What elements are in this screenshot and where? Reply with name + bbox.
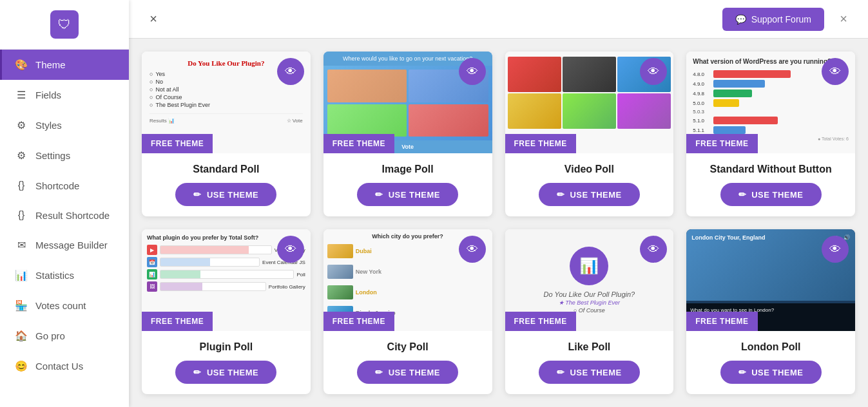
plugin-item-3: 📊 Poll	[147, 269, 305, 279]
theme-grid: 👁 Do You Like Our Plugin? Yes No Not at …	[129, 39, 868, 407]
preview-eye-button-like[interactable]: 👁	[640, 236, 667, 263]
sidebar-item-label: Votes count	[35, 300, 86, 311]
card-title-4: Standard Without Button	[710, 164, 832, 175]
card-preview-video-poll: 👁 FREE THEME	[505, 52, 674, 153]
card-body-8: London Poll ✏ USE THEME	[686, 331, 855, 394]
card-body-3: Video Poll ✏ USE THEME	[505, 153, 674, 216]
topbar-left-close-button[interactable]: ×	[142, 8, 165, 31]
settings-icon: ⚙	[15, 149, 28, 162]
city-item-newyork: New York	[327, 265, 488, 279]
preview-eye-button-city[interactable]: 👁	[459, 236, 486, 263]
poll-option-5: The Best Plugin Ever	[149, 102, 303, 108]
free-theme-badge-3: FREE THEME	[505, 134, 576, 153]
sidebar-item-label: Settings	[35, 150, 70, 161]
card-body-5: Plugin Poll ✏ USE THEME	[142, 331, 311, 394]
use-theme-button-7[interactable]: ✏ USE THEME	[539, 361, 640, 384]
sidebar-item-theme[interactable]: 🎨 Theme	[0, 50, 129, 80]
vid-cell-1	[508, 57, 561, 92]
support-forum-button[interactable]: 💬 Support Forum	[722, 8, 824, 31]
preview-eye-button-plugin[interactable]: 👁	[277, 236, 304, 263]
sidebar-logo: 🛡	[0, 0, 129, 50]
wp-bar-5: 5.0.3	[693, 109, 849, 115]
shortcode-icon: {}	[15, 180, 28, 191]
sidebar-item-result-shortcode[interactable]: {} Result Shortcode	[0, 200, 129, 230]
free-theme-badge-4: FREE THEME	[686, 134, 757, 153]
theme-icon: 🎨	[15, 59, 28, 71]
theme-card-plugin-poll: 👁 What plugin do you prefer by Total Sof…	[142, 229, 311, 394]
vid-cell-2	[563, 57, 616, 92]
sidebar-item-go-pro[interactable]: 🏠 Go pro	[0, 321, 129, 351]
sidebar-item-label: Styles	[35, 120, 62, 131]
card-title-6: City Poll	[387, 341, 429, 353]
sidebar-item-label: Fields	[35, 90, 61, 100]
use-theme-button-6[interactable]: ✏ USE THEME	[357, 361, 458, 384]
use-theme-button-2[interactable]: ✏ USE THEME	[357, 183, 458, 206]
use-theme-icon-6: ✏	[375, 367, 383, 377]
logo-icon: 🛡	[50, 10, 79, 39]
statistics-icon: 📊	[15, 269, 28, 281]
preview-eye-button-standard[interactable]: 👁	[277, 58, 304, 85]
free-theme-badge-1: FREE THEME	[142, 134, 213, 153]
sidebar-item-styles[interactable]: ⚙ Styles	[0, 110, 129, 140]
sidebar-item-statistics[interactable]: 📊 Statistics	[0, 260, 129, 290]
preview-eye-button-london[interactable]: 👁	[822, 236, 849, 263]
use-theme-button-4[interactable]: ✏ USE THEME	[720, 183, 822, 206]
use-theme-button-1[interactable]: ✏ USE THEME	[175, 183, 276, 206]
use-theme-icon-3: ✏	[557, 189, 565, 200]
sidebar-item-votes-count[interactable]: 🏪 Votes count	[0, 290, 129, 321]
use-theme-button-8[interactable]: ✏ USE THEME	[720, 361, 822, 384]
sidebar-item-settings[interactable]: ⚙ Settings	[0, 140, 129, 171]
vid-cell-4	[508, 93, 561, 129]
card-title-3: Video Poll	[564, 164, 614, 175]
card-body-1: Standard Poll ✏ USE THEME	[142, 153, 311, 216]
theme-card-like-poll: 👁 📊 Do You Like Our Poll Plugin? ★ The B…	[505, 229, 674, 394]
free-theme-badge-6: FREE THEME	[323, 312, 394, 331]
sidebar-item-contact-us[interactable]: 😊 Contact Us	[0, 351, 129, 381]
card-title-1: Standard Poll	[193, 164, 259, 175]
like-poll-icon: 📊	[570, 247, 608, 285]
card-preview-like: 👁 📊 Do You Like Our Poll Plugin? ★ The B…	[505, 229, 674, 331]
theme-card-standard-poll: 👁 Do You Like Our Plugin? Yes No Not at …	[142, 52, 311, 216]
card-preview-standard-poll: 👁 Do You Like Our Plugin? Yes No Not at …	[142, 52, 311, 153]
wp-bar-4: 5.0.0	[693, 99, 849, 107]
use-theme-label-3: USE THEME	[570, 190, 621, 200]
use-theme-button-5[interactable]: ✏ USE THEME	[175, 361, 276, 384]
poll-option-4: Of Course	[149, 94, 303, 100]
sidebar-item-label: Theme	[35, 59, 66, 70]
sidebar-item-fields[interactable]: ☰ Fields	[0, 80, 129, 110]
sidebar-item-label: Result Shortcode	[35, 210, 110, 221]
use-theme-label-7: USE THEME	[570, 368, 621, 377]
card-title-2: Image Poll	[382, 164, 434, 175]
preview-eye-button-image[interactable]: 👁	[459, 58, 486, 85]
sidebar-item-shortcode[interactable]: {} Shortcode	[0, 171, 129, 200]
city-item-london: London	[327, 285, 488, 299]
preview-eye-button-swb[interactable]: 👁	[822, 58, 849, 85]
message-builder-icon: ✉	[15, 239, 28, 251]
use-theme-label-5: USE THEME	[207, 368, 258, 377]
theme-card-city-poll: 👁 Which city do you prefer? Dubai New Yo…	[323, 229, 492, 394]
fields-icon: ☰	[15, 89, 28, 101]
img-cell-4	[409, 104, 488, 137]
use-theme-icon-1: ✏	[193, 189, 202, 200]
use-theme-label-1: USE THEME	[207, 190, 258, 200]
img-cell-3	[327, 104, 407, 137]
sidebar-item-label: Statistics	[35, 270, 74, 281]
card-body-4: Standard Without Button ✏ USE THEME	[686, 153, 855, 216]
img-cell-1	[327, 70, 407, 102]
wp-bar-7: 5.1.1	[693, 126, 849, 134]
wp-bar-6: 5.1.0	[693, 117, 849, 124]
card-title-5: Plugin Poll	[200, 341, 253, 353]
support-label: Support Forum	[751, 14, 811, 24]
use-theme-label-4: USE THEME	[751, 190, 803, 200]
preview-eye-button-video[interactable]: 👁	[640, 58, 667, 85]
like-poll-text: Do You Like Our Poll Plugin? ★ The Best …	[537, 290, 642, 314]
free-theme-badge-5: FREE THEME	[142, 312, 213, 331]
support-icon: 💬	[735, 14, 746, 24]
go-pro-icon: 🏠	[15, 330, 28, 342]
use-theme-button-3[interactable]: ✏ USE THEME	[539, 183, 640, 206]
sidebar-item-label: Contact Us	[35, 361, 83, 372]
sidebar-item-message-builder[interactable]: ✉ Message Builder	[0, 230, 129, 260]
result-shortcode-icon: {}	[15, 209, 28, 221]
topbar-right-close-button[interactable]: ×	[832, 8, 855, 31]
vid-cell-6	[617, 93, 671, 129]
